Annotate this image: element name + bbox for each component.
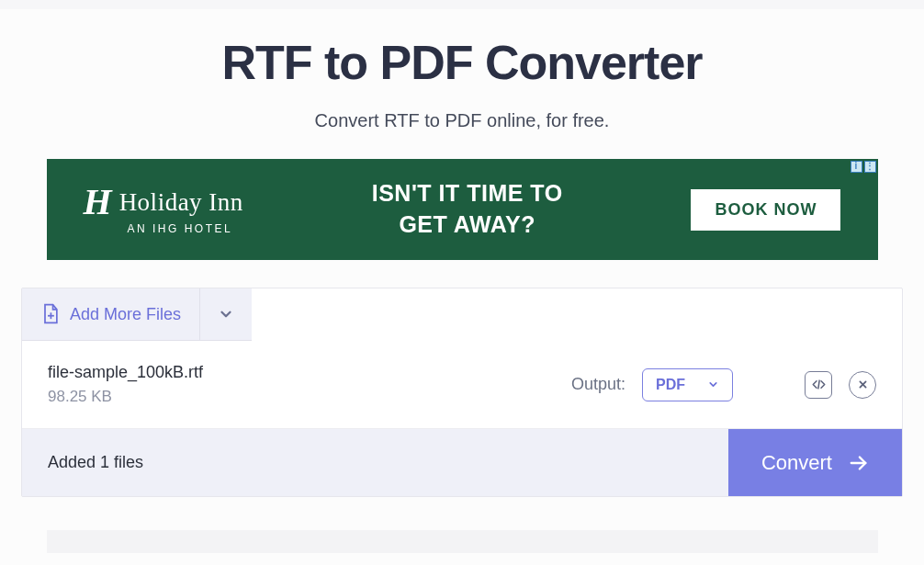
embed-code-button[interactable]: [805, 371, 832, 399]
file-name: file-sample_100kB.rtf: [48, 363, 203, 382]
top-strip: [0, 0, 924, 9]
page-title: RTF to PDF Converter: [0, 35, 924, 90]
ad-line1: ISN'T IT TIME TO: [372, 178, 563, 209]
ad-banner[interactable]: i ⋮ H Holiday Inn AN IHG HOTEL ISN'T IT …: [47, 159, 878, 260]
page-subtitle: Convert RTF to PDF online, for free.: [0, 110, 924, 131]
ad-info-icon[interactable]: i: [851, 161, 862, 173]
file-size: 98.25 KB: [48, 388, 203, 406]
convert-button[interactable]: Convert: [728, 429, 902, 496]
ad-headline: ISN'T IT TIME TO GET AWAY?: [372, 178, 563, 241]
add-files-dropdown[interactable]: [200, 288, 252, 340]
file-row: file-sample_100kB.rtf 98.25 KB Output: P…: [22, 341, 902, 429]
arrow-right-icon: [849, 453, 869, 473]
file-actions: Output: PDF: [571, 368, 876, 401]
svg-line-2: [817, 380, 818, 389]
add-files-button[interactable]: Add More Files: [22, 288, 200, 340]
ad-logo: H Holiday Inn AN IHG HOTEL: [84, 184, 243, 235]
main-container: RTF to PDF Converter Convert RTF to PDF …: [0, 18, 924, 553]
ad-badges: i ⋮: [851, 161, 876, 173]
add-file-icon: [40, 303, 61, 325]
file-info: file-sample_100kB.rtf 98.25 KB: [48, 363, 203, 406]
convert-label: Convert: [761, 451, 832, 475]
add-files-toolbar: Add More Files: [22, 288, 252, 341]
close-icon: [856, 378, 870, 391]
add-files-label: Add More Files: [70, 305, 181, 324]
panel-footer: Added 1 files Convert: [22, 429, 902, 496]
code-icon: [812, 378, 826, 391]
chevron-down-icon: [218, 306, 234, 322]
ad-line2: GET AWAY?: [372, 209, 563, 241]
output-label: Output:: [571, 375, 625, 394]
ad-options-icon[interactable]: ⋮: [864, 161, 876, 173]
status-text: Added 1 files: [22, 429, 728, 496]
output-format-value: PDF: [656, 377, 685, 393]
output-format-select[interactable]: PDF: [642, 368, 733, 401]
ad-cta-button[interactable]: BOOK NOW: [691, 189, 840, 231]
ad-logo-initial: H: [84, 184, 112, 220]
file-panel: Add More Files file-sample_100kB.rtf 98.…: [21, 288, 903, 497]
chevron-down-icon: [707, 379, 719, 390]
remove-file-button[interactable]: [849, 371, 876, 399]
ad-logo-tagline: AN IHG HOTEL: [84, 222, 233, 235]
ad-logo-name: Holiday Inn: [119, 188, 243, 217]
bottom-placeholder: [47, 530, 878, 553]
